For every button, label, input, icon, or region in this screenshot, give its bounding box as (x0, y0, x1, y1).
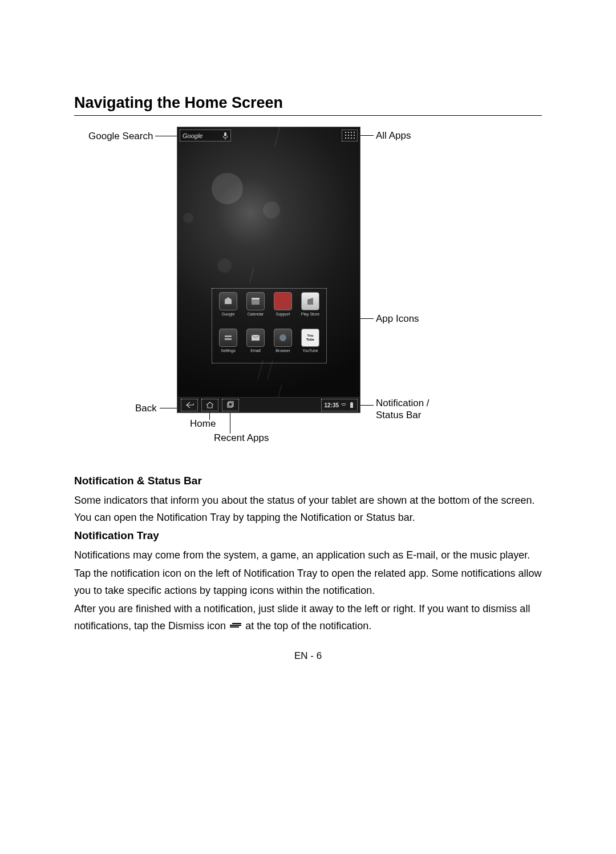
battery-icon (348, 402, 355, 408)
home-button[interactable] (201, 399, 218, 411)
paragraph: Tap the notification icon on the left of… (74, 565, 542, 599)
app-icon[interactable]: Support (271, 292, 294, 316)
app-icons-area: Google Calendar Support Play Store Setti… (212, 288, 327, 363)
app-icon[interactable]: Calendar (244, 292, 267, 316)
subheading: Notification Tray (74, 529, 542, 542)
paragraph: Notifications may come from the system, … (74, 547, 542, 564)
recent-apps-button[interactable] (222, 399, 239, 411)
page-footer: EN - 6 (0, 650, 616, 662)
callout-back: Back (135, 403, 157, 414)
system-bar: 12:35 (177, 397, 360, 412)
svg-rect-9 (350, 403, 353, 408)
callout-recent: Recent Apps (214, 432, 269, 444)
google-search-widget[interactable]: Google (180, 129, 231, 141)
svg-rect-4 (225, 338, 232, 340)
svg-point-6 (279, 334, 286, 341)
section-status-bar: Notification & Status Bar Some indicator… (74, 475, 542, 526)
svg-rect-10 (351, 402, 352, 403)
app-icon[interactable]: Google (217, 292, 240, 316)
paragraph: After you are finished with a notificati… (74, 600, 542, 634)
svg-rect-8 (229, 402, 233, 406)
clock: 12:35 (324, 402, 339, 408)
svg-rect-3 (225, 335, 232, 337)
callout-google-search: Google Search (88, 131, 153, 142)
voice-search-icon[interactable] (222, 132, 228, 139)
callout-all-apps: All Apps (376, 130, 411, 141)
apps-grid-icon (345, 132, 354, 139)
search-label: Google (180, 131, 205, 140)
paragraph: Some indicators that inform you about th… (74, 492, 542, 526)
callout-app-icons: App Icons (376, 313, 419, 325)
callout-statusbar-2: Status Bar (376, 410, 421, 421)
svg-rect-7 (228, 403, 232, 407)
callout-statusbar-1: Notification / (376, 398, 429, 409)
title-rule (74, 115, 542, 116)
callout-home: Home (190, 418, 216, 430)
app-icon[interactable]: Browser (271, 329, 294, 353)
app-icon[interactable]: Settings (217, 329, 240, 353)
back-button[interactable] (181, 399, 198, 411)
notification-status-bar[interactable]: 12:35 (321, 399, 358, 411)
subheading: Notification & Status Bar (74, 475, 542, 487)
svg-rect-2 (252, 298, 260, 299)
page-title: Navigating the Home Screen (74, 94, 283, 112)
leader-line (230, 411, 230, 434)
dismiss-icon (230, 622, 241, 630)
tablet-screenshot: Google Google Calendar Support Play Stor… (177, 127, 360, 413)
app-icon[interactable]: YouTubeYouTube (299, 329, 322, 353)
all-apps-button[interactable] (342, 129, 358, 141)
app-icon[interactable]: Email (244, 329, 267, 353)
app-icon[interactable]: Play Store (299, 292, 322, 316)
leader-line (155, 136, 178, 136)
section-notification-tray: Notification Tray Notifications may come… (74, 529, 542, 634)
svg-rect-0 (224, 132, 226, 136)
wifi-icon (341, 402, 347, 408)
